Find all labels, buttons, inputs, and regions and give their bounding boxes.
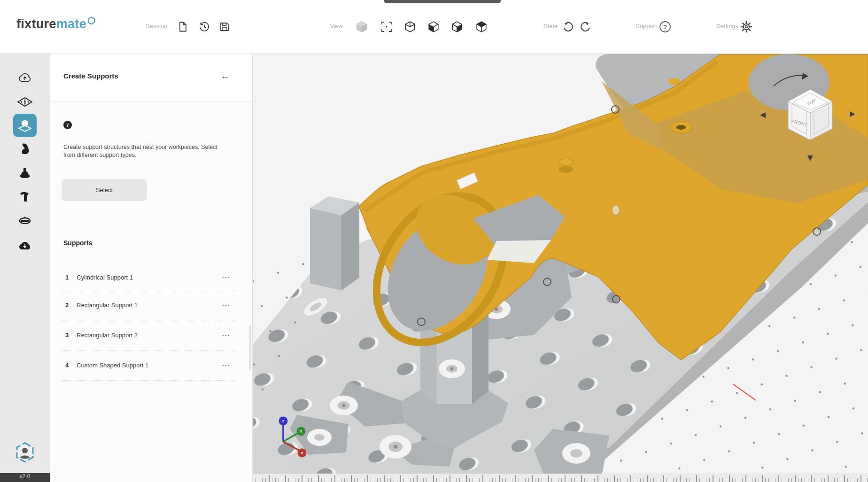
info-icon: i — [63, 121, 72, 129]
support-label: Support — [636, 23, 657, 30]
item-menu-icon[interactable]: ⋯ — [219, 330, 233, 340]
svg-text:?: ? — [663, 23, 667, 31]
back-arrow-icon[interactable]: ← — [218, 69, 232, 83]
axis-y-label: Y — [300, 429, 302, 434]
new-session-icon[interactable] — [175, 19, 191, 35]
app-logo[interactable]: fixturemate — [16, 17, 95, 31]
scale-ruler — [252, 474, 868, 482]
support-list-item[interactable]: 4 Custom Shaped Support 1 ⋯ — [62, 350, 235, 381]
user-avatar[interactable] — [15, 442, 35, 463]
axis-z-label: Z — [282, 419, 285, 423]
view-label: View — [330, 23, 343, 30]
support-index: 3 — [65, 332, 77, 339]
undo-icon[interactable] — [560, 19, 576, 35]
help-icon[interactable]: ? — [657, 19, 673, 35]
axis-x-label: X — [301, 451, 303, 455]
support-index: 2 — [65, 302, 77, 309]
panel-title: Create Supports — [63, 72, 118, 80]
scene-canvas[interactable]: TOP FRONT Z Y X — [252, 53, 868, 474]
panel-scrollbar[interactable] — [249, 326, 251, 370]
viewport-3d[interactable]: TOP FRONT Z Y X — [252, 53, 868, 474]
supports-heading: Supports — [63, 239, 92, 247]
support-list-item[interactable]: 1 Cylindrical Support 1 ⋯ — [62, 264, 235, 290]
isometric-view-icon[interactable] — [402, 19, 418, 35]
panel-description: Create support structures that nest your… — [63, 143, 229, 159]
session-label: Session — [146, 23, 167, 30]
logo-hexagon-icon — [87, 14, 95, 29]
create-supports-panel: Create Supports ← i Create support struc… — [50, 53, 253, 482]
save-session-icon[interactable] — [217, 19, 232, 35]
tool-sidebar — [0, 53, 50, 482]
rectangular-support[interactable] — [310, 196, 359, 290]
support-name: Custom Shaped Support 1 — [77, 362, 148, 369]
top-view-icon[interactable] — [473, 19, 489, 35]
item-menu-icon[interactable]: ⋯ — [219, 360, 233, 370]
support-index: 4 — [65, 362, 77, 369]
version-badge: v2.0 — [0, 473, 50, 482]
settings-label: Settings — [716, 23, 738, 30]
base-plate-icon[interactable] — [16, 93, 33, 110]
redo-icon[interactable] — [578, 19, 594, 35]
panel-header: Create Supports ← — [50, 53, 252, 101]
select-button[interactable]: Select — [62, 179, 147, 201]
clamp-icon[interactable] — [16, 140, 33, 157]
right-view-icon[interactable] — [449, 19, 465, 35]
create-supports-tool-active[interactable] — [13, 114, 37, 137]
cloud-download-icon[interactable] — [16, 237, 33, 254]
top-toolbar: fixturemate Session View State Support ? — [0, 0, 868, 54]
state-label: State — [543, 23, 558, 30]
suction-mount-icon[interactable] — [16, 164, 33, 181]
logo-text-mate: mate — [56, 17, 86, 31]
toggle-clamp-icon[interactable] — [16, 188, 33, 205]
shaded-view-icon[interactable] — [354, 19, 370, 35]
support-list-item[interactable]: 3 Rectangular Support 2 ⋯ — [62, 320, 235, 350]
session-history-icon[interactable] — [196, 19, 212, 35]
support-list-item[interactable]: 2 Rectangular Support 1 ⋯ — [62, 290, 235, 320]
zoom-fit-icon[interactable] — [379, 19, 395, 35]
support-index: 1 — [65, 274, 77, 281]
top-popup-remnant — [384, 0, 501, 3]
supports-list: 1 Cylindrical Support 1 ⋯ 2 Rectangular … — [62, 264, 235, 381]
support-name: Rectangular Support 2 — [77, 332, 138, 339]
settings-gear-icon[interactable] — [738, 19, 754, 35]
item-menu-icon[interactable]: ⋯ — [219, 272, 233, 282]
logo-text-fixture: fixture — [16, 17, 56, 31]
front-view-icon[interactable] — [426, 19, 442, 35]
support-name: Cylindrical Support 1 — [77, 274, 133, 281]
support-name: Rectangular Support 1 — [77, 302, 138, 309]
item-menu-icon[interactable]: ⋯ — [219, 300, 233, 310]
puck-support-icon[interactable] — [16, 212, 33, 229]
cloud-upload-icon[interactable] — [16, 69, 33, 86]
